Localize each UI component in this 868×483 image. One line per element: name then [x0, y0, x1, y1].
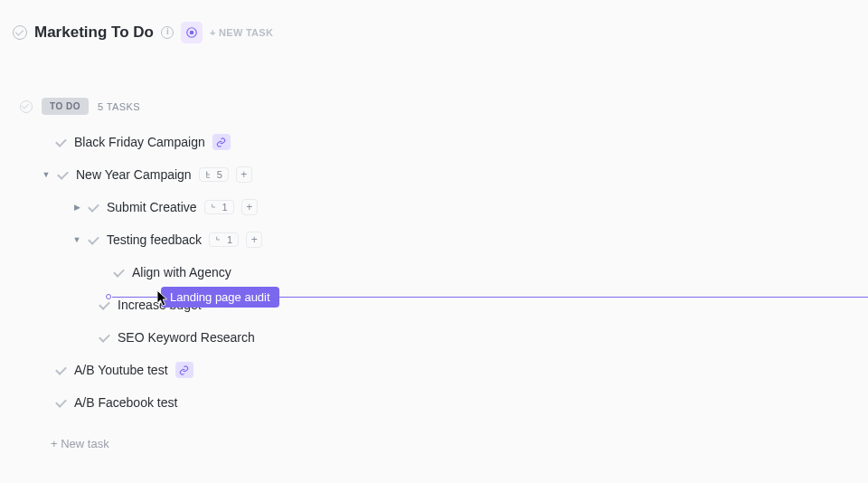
task-row[interactable]: A/B Youtube test: [0, 354, 868, 386]
check-icon[interactable]: [89, 202, 99, 213]
cursor-icon: [157, 290, 170, 310]
chevron-down-icon[interactable]: ▼: [42, 170, 51, 179]
automation-icon[interactable]: [181, 22, 203, 43]
subtask-count-value: 5: [217, 169, 222, 180]
check-icon[interactable]: [56, 137, 67, 147]
add-subtask-button[interactable]: +: [246, 232, 262, 248]
check-icon[interactable]: [99, 332, 110, 343]
svg-point-1: [190, 31, 193, 34]
add-subtask-button[interactable]: +: [241, 199, 258, 215]
status-group-header[interactable]: TO DO 5 TASKS: [0, 92, 868, 120]
page-title: Marketing To Do: [34, 24, 154, 42]
task-row[interactable]: ▼ Testing feedback 1 +: [0, 223, 868, 256]
task-row[interactable]: ▼ New Year Campaign 5 +: [0, 158, 868, 191]
subtask-count-badge[interactable]: 1: [204, 200, 234, 214]
subtask-count-value: 1: [222, 202, 228, 213]
link-icon[interactable]: [212, 134, 231, 150]
status-badge[interactable]: TO DO: [42, 98, 89, 115]
chevron-down-icon[interactable]: ▼: [72, 235, 81, 244]
task-row[interactable]: ▶ Submit Creative 1 +: [0, 191, 868, 223]
check-icon[interactable]: [58, 169, 69, 180]
drop-origin-dot-icon: [106, 294, 111, 299]
task-name[interactable]: SEO Keyword Research: [118, 330, 255, 345]
task-row[interactable]: A/B Facebook test: [0, 386, 868, 419]
check-icon[interactable]: [56, 397, 67, 408]
info-icon[interactable]: [161, 26, 174, 39]
new-task-button-header[interactable]: + NEW TASK: [210, 27, 273, 38]
task-name[interactable]: Black Friday Campaign: [74, 135, 205, 149]
check-icon[interactable]: [89, 234, 99, 245]
task-name[interactable]: A/B Facebook test: [74, 395, 177, 410]
task-name[interactable]: New Year Campaign: [76, 167, 192, 182]
task-row[interactable]: Align with Agency: [0, 256, 868, 289]
task-list: Black Friday Campaign ▼ New Year Campaig…: [0, 120, 868, 424]
task-row[interactable]: Increase buget: [0, 289, 868, 321]
collapse-group-icon[interactable]: [20, 100, 33, 113]
subtask-count-badge[interactable]: 1: [209, 232, 239, 247]
task-name[interactable]: A/B Youtube test: [74, 363, 168, 377]
subtask-count-value: 1: [227, 234, 232, 245]
task-name[interactable]: Align with Agency: [132, 265, 231, 279]
add-subtask-button[interactable]: +: [236, 166, 252, 183]
check-icon[interactable]: [56, 365, 67, 375]
check-icon[interactable]: [114, 267, 125, 278]
task-row[interactable]: SEO Keyword Research: [0, 321, 868, 354]
new-task-button[interactable]: + New task: [0, 424, 868, 463]
subtask-count-badge[interactable]: 5: [199, 167, 229, 182]
check-icon[interactable]: [99, 299, 110, 310]
task-count-label: 5 TASKS: [98, 101, 140, 112]
task-name[interactable]: Submit Creative: [107, 200, 197, 214]
task-name[interactable]: Testing feedback: [107, 232, 202, 247]
link-icon[interactable]: [175, 362, 193, 378]
list-status-icon[interactable]: [13, 25, 27, 40]
chevron-right-icon[interactable]: ▶: [72, 203, 81, 212]
task-row[interactable]: Black Friday Campaign: [0, 126, 868, 158]
drag-task-chip[interactable]: Landing page audit: [161, 287, 279, 308]
